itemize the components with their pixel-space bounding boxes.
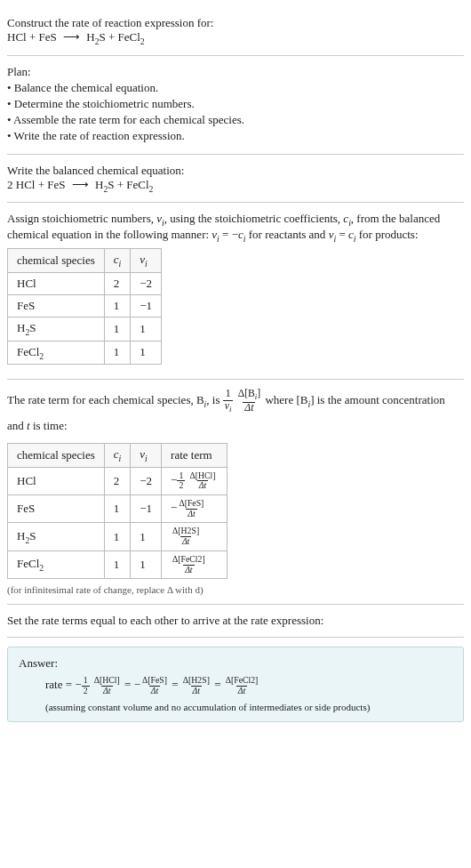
plan-item: • Assemble the rate term for each chemic…	[7, 113, 464, 127]
col-species: chemical species	[8, 249, 105, 273]
answer-label: Answer:	[19, 656, 452, 671]
fraction: Δ[Bi]Δt	[236, 389, 263, 414]
col-ci: ci	[104, 249, 131, 273]
eq-lhs: HCl + FeS	[7, 30, 57, 44]
table-row: FeS1−1	[8, 294, 162, 317]
eq-lhs: 2 HCl + FeS	[7, 178, 65, 191]
table-row: FeCl2 11 Δ[FeCl2]Δt	[8, 551, 228, 578]
fraction: 1νi	[223, 389, 234, 414]
col-vi: νi	[131, 444, 162, 468]
plan-heading: Plan:	[7, 65, 464, 79]
col-ci: ci	[104, 444, 131, 468]
rate-table: chemical species ci νi rate term HCl 2−2…	[7, 443, 228, 579]
balanced-equation: 2 HCl + FeS ⟶ H2S + FeCl2	[7, 178, 464, 194]
equal-line: Set the rate terms equal to each other t…	[7, 614, 464, 628]
table-row: FeCl211	[8, 341, 162, 365]
rate-term-section: The rate term for each chemical species,…	[7, 380, 464, 605]
eq-rhs: H2S + FeCl2	[95, 178, 154, 191]
balanced-heading: Write the balanced chemical equation:	[7, 164, 464, 178]
stoich-paragraph: Assign stoichiometric numbers, νi, using…	[7, 212, 464, 243]
plan-item: • Write the rate of reaction expression.	[7, 129, 464, 143]
stoich-table: chemical species ci νi HCl2−2 FeS1−1 H2S…	[7, 248, 162, 365]
answer-box: Answer: rate = −12 Δ[HCl]Δt = −Δ[FeS]Δt …	[7, 647, 464, 721]
col-species: chemical species	[8, 444, 105, 468]
answer-section: Answer: rate = −12 Δ[HCl]Δt = −Δ[FeS]Δt …	[7, 638, 464, 730]
table-row: H2S 11 Δ[H2S]Δt	[8, 523, 228, 551]
answer-equation: rate = −12 Δ[HCl]Δt = −Δ[FeS]Δt = Δ[H2S]…	[19, 676, 452, 695]
table-row: HCl2−2	[8, 272, 162, 294]
prompt-line1: Construct the rate of reaction expressio…	[7, 16, 464, 30]
arrow-icon: ⟶	[68, 178, 92, 192]
prompt-equation: HCl + FeS ⟶ H2S + FeCl2	[7, 30, 464, 46]
table-row: H2S11	[8, 317, 162, 341]
table-row: HCl 2−2 −12 Δ[HCl]Δt	[8, 467, 228, 494]
col-vi: νi	[131, 249, 162, 273]
table-row: FeS 1−1 −Δ[FeS]Δt	[8, 495, 228, 523]
plan-item: • Balance the chemical equation.	[7, 81, 464, 95]
equal-section: Set the rate terms equal to each other t…	[7, 605, 464, 638]
plan-item: • Determine the stoichiometric numbers.	[7, 97, 464, 111]
arrow-icon: ⟶	[60, 30, 84, 44]
col-rate: rate term	[162, 444, 228, 468]
plan-section: Plan: • Balance the chemical equation. •…	[7, 56, 464, 155]
rate-paragraph: The rate term for each chemical species,…	[7, 389, 464, 438]
table-header-row: chemical species ci νi	[8, 249, 162, 273]
table-note: (for infinitesimal rate of change, repla…	[7, 584, 464, 595]
stoich-section: Assign stoichiometric numbers, νi, using…	[7, 203, 464, 380]
prompt-section: Construct the rate of reaction expressio…	[7, 7, 464, 56]
balanced-section: Write the balanced chemical equation: 2 …	[7, 155, 464, 204]
eq-rhs: H2S + FeCl2	[86, 30, 145, 44]
answer-note: (assuming constant volume and no accumul…	[19, 702, 452, 712]
table-header-row: chemical species ci νi rate term	[8, 444, 228, 468]
